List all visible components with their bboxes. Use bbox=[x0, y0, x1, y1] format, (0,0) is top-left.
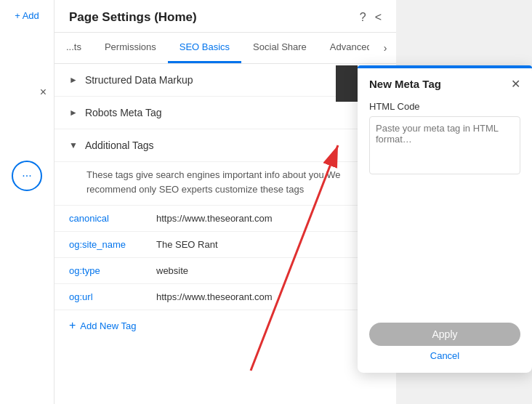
tabs-scroll-right[interactable]: › bbox=[374, 33, 396, 63]
plus-icon: + bbox=[69, 319, 76, 332]
tab-seo-basics[interactable]: SEO Basics bbox=[168, 33, 241, 63]
section-label: Structured Data Markup bbox=[85, 74, 193, 86]
add-button[interactable]: + Add bbox=[10, 7, 44, 24]
panel-header: New Meta Tag ✕ bbox=[369, 77, 520, 91]
header-icons: ? < bbox=[360, 11, 382, 24]
tabs-bar: ...ts Permissions SEO Basics Social Shar… bbox=[55, 33, 396, 64]
dots-icon: ··· bbox=[22, 169, 31, 182]
panel-top-bar bbox=[358, 65, 532, 68]
meta-key: og:url bbox=[69, 291, 142, 302]
tab-advanced[interactable]: Advanced bbox=[318, 33, 369, 63]
main-panel: Page Settings (Home) ? < ...ts Permissio… bbox=[55, 0, 396, 404]
help-icon[interactable]: ? bbox=[360, 11, 366, 24]
meta-value: The SEO Rant bbox=[156, 239, 218, 250]
header: Page Settings (Home) ? < bbox=[55, 0, 396, 33]
additional-tags-description: These tags give search engines important… bbox=[55, 162, 396, 206]
apply-button[interactable]: Apply bbox=[369, 323, 520, 346]
sidebar: + Add × ··· bbox=[0, 0, 55, 404]
meta-value: https://www.theseorant.com bbox=[156, 291, 273, 302]
collapse-arrow-icon: ► bbox=[69, 75, 78, 85]
meta-key: canonical bbox=[69, 213, 142, 224]
tab-permissions[interactable]: Permissions bbox=[93, 33, 168, 63]
new-meta-tag-panel: New Meta Tag ✕ HTML Code Apply Cancel bbox=[358, 65, 532, 373]
collapse-arrow-icon: ► bbox=[69, 108, 78, 118]
section-label: Robots Meta Tag bbox=[85, 107, 162, 118]
tab-social-share[interactable]: Social Share bbox=[241, 33, 318, 63]
meta-tag-row[interactable]: canonical https://www.theseorant.com bbox=[55, 206, 396, 232]
meta-tag-row[interactable]: og:site_name The SEO Rant bbox=[55, 232, 396, 258]
add-label: + Add bbox=[15, 10, 39, 21]
dark-image-block bbox=[336, 65, 358, 102]
meta-key: og:type bbox=[69, 265, 142, 276]
tab-contents[interactable]: ...ts bbox=[55, 33, 93, 63]
cancel-button[interactable]: Cancel bbox=[369, 350, 520, 361]
content-area: ► Structured Data Markup ► Robots Meta T… bbox=[55, 64, 396, 404]
meta-value: website bbox=[156, 265, 188, 276]
meta-value: https://www.theseorant.com bbox=[156, 213, 273, 224]
additional-tags-section[interactable]: ▼ Additional Tags bbox=[55, 129, 396, 162]
meta-tag-row[interactable]: og:url https://www.theseorant.com bbox=[55, 284, 396, 310]
html-code-input[interactable] bbox=[369, 116, 520, 174]
add-new-tag-button[interactable]: + Add New Tag bbox=[55, 310, 396, 341]
sidebar-dots-button[interactable]: ··· bbox=[12, 161, 42, 191]
section-label: Additional Tags bbox=[85, 140, 154, 151]
panel-field-label: HTML Code bbox=[369, 101, 520, 112]
page-title: Page Settings (Home) bbox=[69, 10, 197, 25]
panel-actions: Apply Cancel bbox=[369, 323, 520, 361]
panel-title: New Meta Tag bbox=[369, 78, 441, 90]
back-icon[interactable]: < bbox=[375, 11, 382, 24]
panel-close-button[interactable]: ✕ bbox=[511, 77, 520, 91]
expand-arrow-icon: ▼ bbox=[69, 140, 78, 150]
sidebar-close-button[interactable]: × bbox=[40, 86, 47, 99]
add-tag-label: Add New Tag bbox=[80, 320, 136, 331]
meta-key: og:site_name bbox=[69, 239, 142, 250]
meta-tag-row[interactable]: og:type website bbox=[55, 258, 396, 284]
